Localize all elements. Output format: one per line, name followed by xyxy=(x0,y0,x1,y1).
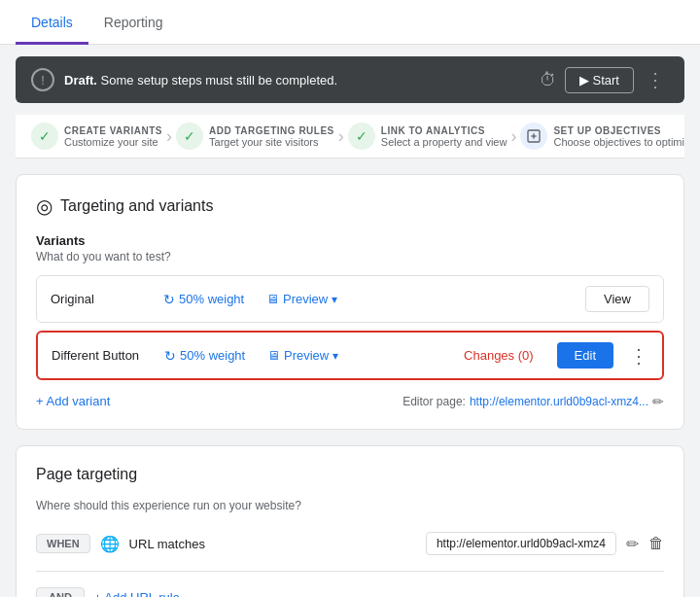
step-targeting-text: ADD TARGETING RULES Target your site vis… xyxy=(209,125,334,148)
weight-text-different: 50% weight xyxy=(180,348,245,363)
step-objectives[interactable]: SET UP OBJECTIVES Choose objectives to o… xyxy=(520,123,684,150)
section-title-targeting: ◎ Targeting and variants xyxy=(36,194,664,218)
weight-icon-different: ↻ xyxy=(164,348,176,364)
step-analytics-icon: ✓ xyxy=(348,123,375,150)
banner-actions: ⏱ ▶ Start ⋮ xyxy=(540,66,669,93)
view-button-original[interactable]: View xyxy=(585,286,649,312)
weight-icon-original: ↻ xyxy=(163,292,175,307)
variant-row-original: Original ↻ 50% weight 🖥 Preview ▾ View xyxy=(36,275,664,323)
preview-chevron-original: ▾ xyxy=(332,293,337,306)
step-targeting-sub: Target your site visitors xyxy=(209,136,334,148)
target-icon: ◎ xyxy=(36,194,52,218)
step-objectives-icon xyxy=(520,123,547,150)
step-targeting-icon: ✓ xyxy=(176,123,203,150)
start-button[interactable]: ▶ Start xyxy=(565,67,634,93)
step-create-text: CREATE VARIANTS Customize your site xyxy=(64,125,162,148)
tab-details[interactable]: Details xyxy=(16,3,88,45)
url-pill: http://elementor.urld0b9acl-xmz4 xyxy=(426,532,616,555)
variant-row-different: Different Button ↻ 50% weight 🖥 Preview … xyxy=(36,331,664,380)
steps-bar: ✓ CREATE VARIANTS Customize your site › … xyxy=(16,115,684,158)
main-content: ◎ Targeting and variants Variants What d… xyxy=(0,158,700,597)
draft-banner: ! Draft. Some setup steps must still be … xyxy=(16,56,684,103)
step-create-sub: Customize your site xyxy=(64,136,162,148)
preview-screen-icon-different: 🖥 xyxy=(267,348,280,363)
step-arrow-2: › xyxy=(338,126,344,147)
edit-button-different[interactable]: Edit xyxy=(557,342,613,369)
variant-name-different: Different Button xyxy=(52,348,149,363)
editor-page-url[interactable]: http://elementor.urld0b9acl-xmz4... xyxy=(470,395,648,408)
changes-link[interactable]: Changes (0) xyxy=(464,348,534,363)
preview-text-original: Preview xyxy=(283,292,328,306)
draft-normal-text: Some setup steps must still be completed… xyxy=(101,73,338,88)
page-targeting-sub: Where should this experience run on your… xyxy=(36,499,664,512)
weight-badge-different: ↻ 50% weight xyxy=(164,348,252,364)
when-badge: WHEN xyxy=(36,534,90,553)
section-title-page-targeting: Page targeting xyxy=(36,466,664,483)
play-icon: ▶ xyxy=(579,73,589,88)
preview-text-different: Preview xyxy=(284,348,329,363)
editor-page-info: Editor page: http://elementor.urld0b9acl… xyxy=(402,394,664,409)
draft-text: Draft. Some setup steps must still be co… xyxy=(64,73,530,88)
url-edit-icon[interactable]: ✏ xyxy=(626,535,639,553)
editor-page-label: Editor page: xyxy=(402,395,466,408)
weight-text-original: 50% weight xyxy=(179,292,244,306)
weight-badge-original: ↻ 50% weight xyxy=(163,292,251,307)
row-more-icon[interactable]: ⋮ xyxy=(629,344,648,368)
add-variant-button[interactable]: + Add variant xyxy=(36,394,110,408)
step-analytics-sub: Select a property and view xyxy=(381,136,508,148)
tabs-bar: Details Reporting xyxy=(0,0,700,45)
step-objectives-label: SET UP OBJECTIVES xyxy=(553,125,684,136)
url-delete-icon[interactable]: 🗑 xyxy=(648,535,664,552)
targeting-variants-card: ◎ Targeting and variants Variants What d… xyxy=(16,174,684,430)
step-create[interactable]: ✓ CREATE VARIANTS Customize your site xyxy=(31,123,162,150)
step-analytics-label: LINK TO ANALYTICS xyxy=(381,125,508,136)
preview-screen-icon-original: 🖥 xyxy=(266,292,279,306)
page-targeting-card: Page targeting Where should this experie… xyxy=(16,445,684,597)
variant-name-original: Original xyxy=(51,292,148,306)
preview-chevron-different: ▾ xyxy=(332,349,338,363)
step-analytics[interactable]: ✓ LINK TO ANALYTICS Select a property an… xyxy=(348,123,508,150)
add-edit-row: + Add variant Editor page: http://elemen… xyxy=(36,388,664,409)
section-title-text: Targeting and variants xyxy=(60,197,213,215)
step-targeting[interactable]: ✓ ADD TARGETING RULES Target your site v… xyxy=(176,123,334,150)
step-arrow-1: › xyxy=(166,126,172,147)
draft-warning-icon: ! xyxy=(31,68,54,91)
step-targeting-label: ADD TARGETING RULES xyxy=(209,125,334,136)
step-create-label: CREATE VARIANTS xyxy=(64,125,162,136)
targeting-and-row: AND + Add URL rule xyxy=(36,579,664,597)
variants-title: Variants xyxy=(36,233,664,248)
preview-badge-original[interactable]: 🖥 Preview ▾ xyxy=(266,292,354,306)
banner-more-icon[interactable]: ⋮ xyxy=(642,66,669,93)
targeting-when-row: WHEN 🌐 URL matches http://elementor.urld… xyxy=(36,524,664,563)
variants-sub: What do you want to test? xyxy=(36,250,664,263)
tab-reporting[interactable]: Reporting xyxy=(88,3,179,45)
add-url-rule-button[interactable]: + Add URL rule xyxy=(94,590,180,598)
clock-icon[interactable]: ⏱ xyxy=(540,70,557,90)
preview-badge-different[interactable]: 🖥 Preview ▾ xyxy=(267,348,355,363)
step-objectives-sub: Choose objectives to optimize xyxy=(553,136,684,148)
divider xyxy=(36,571,664,572)
step-analytics-text: LINK TO ANALYTICS Select a property and … xyxy=(381,125,508,148)
step-arrow-3: › xyxy=(510,126,516,147)
draft-bold-text: Draft. xyxy=(64,73,97,88)
start-label: Start xyxy=(593,73,619,88)
url-matches-label: URL matches xyxy=(129,537,205,551)
step-objectives-text: SET UP OBJECTIVES Choose objectives to o… xyxy=(553,125,684,148)
and-badge: AND xyxy=(36,587,85,597)
globe-icon: 🌐 xyxy=(100,535,120,553)
page-targeting-title-text: Page targeting xyxy=(36,466,137,483)
editor-page-edit-icon[interactable]: ✏ xyxy=(652,394,664,409)
step-create-icon: ✓ xyxy=(31,123,58,150)
